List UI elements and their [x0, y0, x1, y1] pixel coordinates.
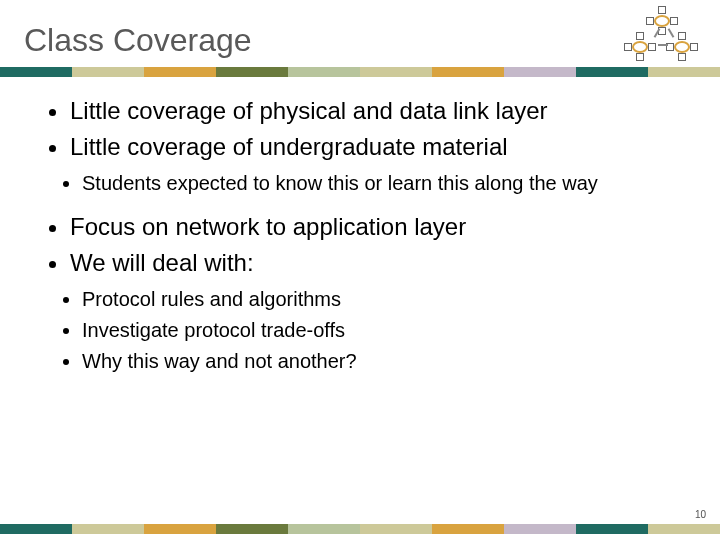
- page-number: 10: [695, 509, 706, 520]
- bullet: Little coverage of undergraduate materia…: [70, 131, 680, 163]
- slide-body: Little coverage of physical and data lin…: [0, 77, 720, 375]
- page-title: Class Coverage: [0, 0, 720, 65]
- bullet: We will deal with:: [70, 247, 680, 279]
- sub-bullet: Investigate protocol trade-offs: [82, 317, 680, 344]
- sub-bullet: Why this way and not another?: [82, 348, 680, 375]
- bullet: Little coverage of physical and data lin…: [70, 95, 680, 127]
- title-underline-stripe: [0, 67, 720, 77]
- sub-bullet: Students expected to know this or learn …: [82, 170, 680, 197]
- footer-stripe: [0, 524, 720, 534]
- network-cluster-icon: [624, 8, 702, 64]
- bullet: Focus on network to application layer: [70, 211, 680, 243]
- sub-bullet: Protocol rules and algorithms: [82, 286, 680, 313]
